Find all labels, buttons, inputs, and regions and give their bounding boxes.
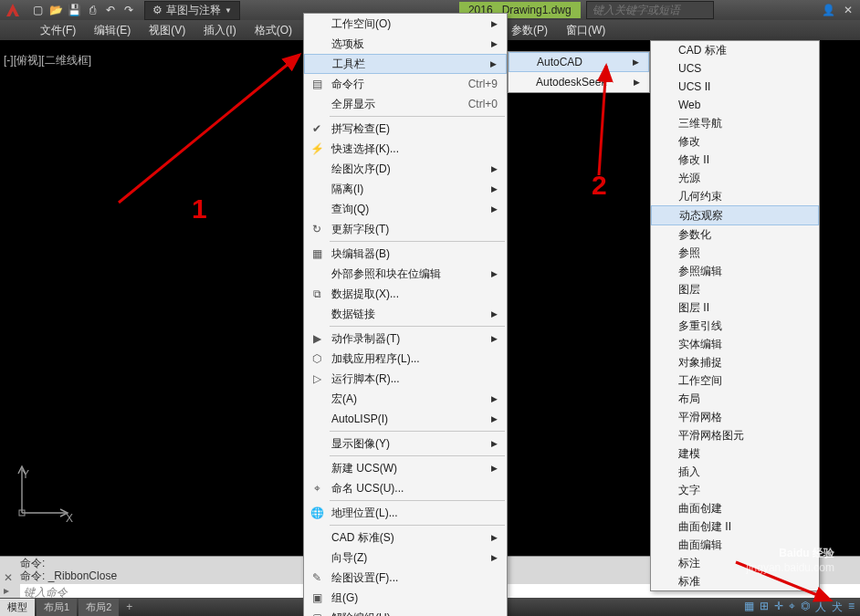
exchange-icon[interactable]: ✕ <box>840 2 856 18</box>
menu-item-runscript[interactable]: ▷运行脚本(R)... <box>304 369 507 389</box>
document-name: Drawing1.dwg <box>502 4 572 16</box>
status-icon[interactable]: ✛ <box>774 600 783 615</box>
toolbar-item[interactable]: CAD 标准 <box>651 41 819 59</box>
status-icon[interactable]: ⊞ <box>760 600 769 615</box>
menu-view[interactable]: 视图(V) <box>140 20 194 41</box>
menu-item-wizards[interactable]: 向导(Z)▶ <box>304 548 507 568</box>
tools-dropdown-menu: 工作空间(O)▶ 选项板▶ 工具栏▶ ▤命令行Ctrl+9 全屏显示Ctrl+0… <box>303 13 508 616</box>
expand-icon[interactable]: ▸ <box>4 584 9 597</box>
menu-item-actionrecorder[interactable]: ▶动作录制器(T)▶ <box>304 329 507 349</box>
status-icon[interactable]: 人 <box>815 600 826 615</box>
menu-item-isolate[interactable]: 隔离(I)▶ <box>304 179 507 199</box>
toolbar-item[interactable]: 光源 <box>651 169 819 187</box>
ucs-y-label: Y <box>22 468 29 481</box>
workspace-selector[interactable]: ⚙ 草图与注释 ▼ <box>144 1 240 20</box>
toolbar-item[interactable]: 动态观察 <box>651 205 819 225</box>
menu-item-inquiry[interactable]: 查询(Q)▶ <box>304 199 507 219</box>
signin-icon[interactable]: 👤 <box>820 2 836 18</box>
undo-icon[interactable]: ↶ <box>102 2 119 18</box>
menu-item-blockeditor[interactable]: ▦块编辑器(B) <box>304 244 507 264</box>
print-icon[interactable]: ⎙ <box>84 2 100 18</box>
toolbar-item[interactable]: 图层 II <box>651 298 819 317</box>
quick-access-toolbar: ▢ 📂 💾 ⎙ ↶ ↷ <box>29 2 137 18</box>
menu-item-toolbars[interactable]: 工具栏▶ <box>304 54 507 74</box>
menu-window[interactable]: 窗口(W) <box>557 20 614 41</box>
toolbar-item[interactable]: UCS II <box>651 78 819 96</box>
redo-icon[interactable]: ↷ <box>121 2 137 18</box>
menu-format[interactable]: 格式(O) <box>246 20 301 41</box>
menu-item-loadapp[interactable]: ⬡加载应用程序(L)... <box>304 349 507 369</box>
menu-item-updatefields[interactable]: ↻更新字段(T) <box>304 219 507 239</box>
viewport-label: [-][俯视][二维线框] <box>4 53 91 68</box>
toolbar-item[interactable]: 对象捕捉 <box>651 353 819 371</box>
toolbar-item[interactable]: 平滑网格图元 <box>651 426 819 444</box>
menu-item-palettes[interactable]: 选项板▶ <box>304 34 507 54</box>
gear-icon: ⚙ <box>152 4 163 16</box>
toolbar-item[interactable]: 标注 <box>651 554 819 572</box>
menu-item-commandline[interactable]: ▤命令行Ctrl+9 <box>304 74 507 94</box>
toolbar-item[interactable]: 曲面编辑 <box>651 536 819 554</box>
toolbar-item[interactable]: 修改 <box>651 132 819 151</box>
toolbar-item[interactable]: 曲面创建 <box>651 499 819 517</box>
menu-item-workspace[interactable]: 工作空间(O)▶ <box>304 14 507 34</box>
chevron-down-icon: ▼ <box>225 6 232 15</box>
menu-item-spellcheck[interactable]: ✔拼写检查(E) <box>304 119 507 139</box>
new-icon[interactable]: ▢ <box>29 2 46 18</box>
menu-item-datalinks[interactable]: 数据链接▶ <box>304 304 507 324</box>
menu-item-autolisp[interactable]: AutoLISP(I)▶ <box>304 409 507 429</box>
toolbars-submenu: AutoCAD▶ AutodeskSeek▶ <box>508 51 650 93</box>
menu-item-draworder[interactable]: 绘图次序(D)▶ <box>304 159 507 179</box>
toolbar-item[interactable]: 三维导航 <box>651 114 819 132</box>
menu-item-geolocation[interactable]: 🌐地理位置(L)... <box>304 503 507 523</box>
menu-item-draftingsettings[interactable]: ✎绘图设置(F)... <box>304 568 507 588</box>
toolbar-item[interactable]: 建模 <box>651 444 819 463</box>
toolbar-item[interactable]: 图层 <box>651 280 819 298</box>
menu-insert[interactable]: 插入(I) <box>194 20 245 41</box>
toolbar-item[interactable]: 参数化 <box>651 225 819 244</box>
menu-file[interactable]: 文件(F) <box>31 20 85 41</box>
status-icon[interactable]: ⌖ <box>789 600 795 615</box>
status-icon[interactable]: ⏣ <box>801 600 810 615</box>
menu-item-macro[interactable]: 宏(A)▶ <box>304 389 507 409</box>
close-icon[interactable]: ✕ <box>4 571 13 584</box>
toolbar-item[interactable]: 实体编辑 <box>651 335 819 353</box>
menu-item-xrefblockedit[interactable]: 外部参照和块在位编辑▶ <box>304 264 507 284</box>
submenu-item-autocad[interactable]: AutoCAD▶ <box>509 52 649 72</box>
menu-item-dataextract[interactable]: ⧉数据提取(X)... <box>304 284 507 304</box>
menu-edit[interactable]: 编辑(E) <box>85 20 140 41</box>
toolbar-item[interactable]: 几何约束 <box>651 187 819 205</box>
tab-layout2[interactable]: 布局2 <box>79 599 119 616</box>
tab-layout1[interactable]: 布局1 <box>37 599 77 616</box>
toolbar-item[interactable]: 曲面创建 II <box>651 517 819 536</box>
toolbar-item[interactable]: 多重引线 <box>651 317 819 335</box>
add-layout-button[interactable]: + <box>121 599 138 615</box>
search-input[interactable] <box>586 1 714 19</box>
toolbar-item[interactable]: 平滑网格 <box>651 408 819 426</box>
menu-item-ungroup[interactable]: ▢解除编组(U) <box>304 608 507 616</box>
open-icon[interactable]: 📂 <box>47 2 64 18</box>
status-icon[interactable]: ▦ <box>744 600 754 615</box>
menu-item-namedUcs[interactable]: ⌖命名 UCS(U)... <box>304 478 507 498</box>
toolbar-item[interactable]: 修改 II <box>651 151 819 169</box>
menu-item-newucs[interactable]: 新建 UCS(W)▶ <box>304 458 507 478</box>
save-icon[interactable]: 💾 <box>66 2 82 18</box>
toolbar-item[interactable]: 文字 <box>651 481 819 499</box>
menu-item-displayimage[interactable]: 显示图像(Y)▶ <box>304 433 507 454</box>
toolbar-item[interactable]: Web <box>651 96 819 114</box>
toolbar-item[interactable]: UCS <box>651 59 819 78</box>
toolbar-item[interactable]: 参照编辑 <box>651 262 819 280</box>
status-icon[interactable]: ≡ <box>848 600 855 615</box>
toolbar-item[interactable]: 布局 <box>651 390 819 408</box>
menu-item-fullscreen[interactable]: 全屏显示Ctrl+0 <box>304 94 507 114</box>
status-icon[interactable]: 犬 <box>832 600 843 615</box>
toolbar-item[interactable]: 标准 <box>651 572 819 590</box>
menu-item-group[interactable]: ▣组(G) <box>304 588 507 608</box>
menu-item-cadstandards[interactable]: CAD 标准(S)▶ <box>304 527 507 548</box>
menu-item-quickselect[interactable]: ⚡快速选择(K)... <box>304 139 507 159</box>
toolbar-item[interactable]: 参照 <box>651 244 819 262</box>
menu-param[interactable]: 参数(P) <box>502 20 557 41</box>
toolbar-item[interactable]: 工作空间 <box>651 371 819 390</box>
toolbar-item[interactable]: 插入 <box>651 463 819 481</box>
submenu-item-autodeskseek[interactable]: AutodeskSeek▶ <box>509 72 649 92</box>
tab-model[interactable]: 模型 <box>0 599 35 616</box>
